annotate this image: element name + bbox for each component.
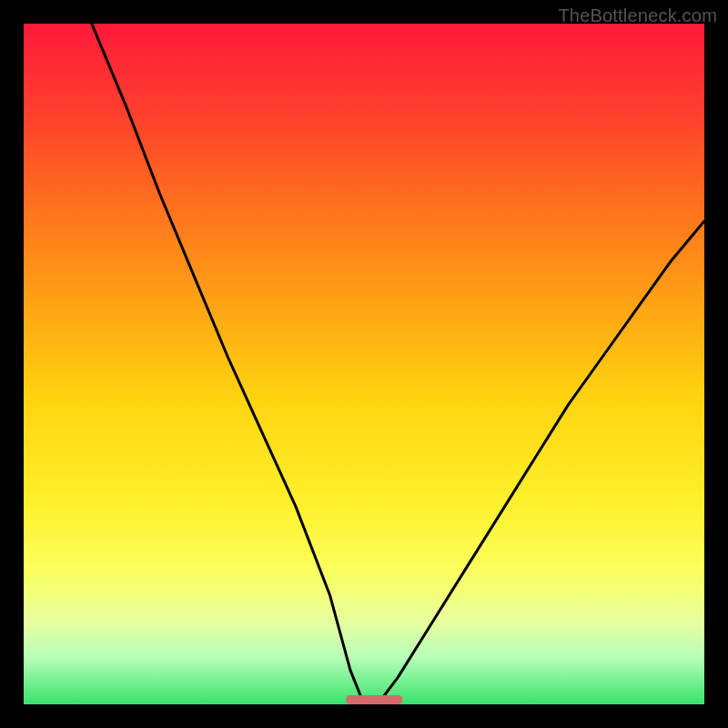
chart-frame: TheBottleneck.com — [0, 0, 728, 728]
bottleneck-curve — [92, 24, 704, 704]
watermark-text: TheBottleneck.com — [558, 5, 717, 26]
plot-area — [24, 24, 704, 704]
chart-svg — [24, 24, 704, 704]
